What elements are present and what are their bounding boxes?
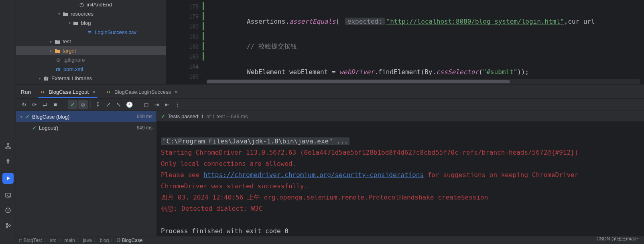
svg-rect-3 [6, 193, 10, 197]
code-text: assertEquals [289, 18, 336, 25]
close-icon[interactable]: ✕ [92, 89, 96, 95]
maven-icon: m [55, 66, 62, 72]
tree-item[interactable]: ◷initAndEnd [16, 0, 166, 9]
tree-item[interactable]: mpom.xml [16, 65, 166, 74]
scrollbar-thumb[interactable] [207, 80, 510, 83]
expand-arrow-icon[interactable]: ▸ [48, 39, 54, 44]
code-comment: // 校验提交按钮 [247, 42, 297, 51]
expand-arrow-icon[interactable]: ▾ [56, 12, 62, 16]
rerun-failed-icon[interactable]: ⟳ [30, 100, 39, 109]
svg-point-0 [7, 143, 9, 145]
expand-all-icon[interactable]: ⤢ [104, 100, 113, 109]
run-tab-label: BlogCase.LoginSuccess [114, 89, 171, 95]
screenshot-icon[interactable]: ◻ [142, 100, 151, 109]
code-text: ( [479, 68, 483, 76]
code-text: ,cur_url [564, 18, 595, 25]
console-link[interactable]: https://chromedriver.chromium.org/securi… [203, 171, 424, 179]
vcs-change-bar [203, 22, 204, 30]
tree-item[interactable]: ≣LoginSuccess.csv [16, 28, 166, 37]
export-icon[interactable]: ⇥ [152, 100, 162, 109]
console-line: Please see [161, 171, 203, 179]
separator [139, 101, 139, 108]
code-text: WebElement webElement = [247, 68, 339, 76]
expand-arrow-icon[interactable]: ▸ [48, 48, 54, 53]
tree-item-label: pom.xml [63, 66, 83, 72]
console-line: for suggestions on keeping ChromeDriver [424, 171, 578, 179]
breadcrumb-segment[interactable]: © BlogCase [117, 238, 142, 243]
stop-icon[interactable]: ■ [51, 100, 60, 109]
breadcrumb[interactable]: □ BlogTest〉src〉main〉java〉blog〉© BlogCase [16, 236, 644, 244]
run-toolbar: ↻ ⟳ ⇄ ■ ✓ ⊘ ↧ ⤢ ⤡ 🕘 ◻ ⇥ ⇤ ⋮ [16, 98, 644, 111]
show-ignored-icon[interactable]: ⊘ [78, 100, 88, 109]
expand-arrow-icon[interactable]: ▸ [37, 76, 43, 81]
breadcrumb-segment[interactable]: main [65, 238, 75, 243]
test-status-bar: ✓ Tests passed: 1 of 1 test – 649 ms [157, 111, 644, 121]
line-number: 178 [167, 1, 207, 11]
show-passed-icon[interactable]: ✓ [68, 100, 77, 109]
console-output[interactable]: "C:\Program Files\Java\jdk-1.8\bin\java.… [157, 121, 644, 236]
tree-item-label: initAndEnd [87, 2, 112, 8]
vcs-change-bar [203, 32, 204, 40]
breadcrumb-segment[interactable]: □ BlogTest [19, 238, 42, 243]
ignore-icon: ⊘ [55, 57, 62, 63]
tree-item[interactable]: ⊘.gitignore [16, 55, 166, 65]
param-hint: expected: [345, 18, 385, 25]
tree-item[interactable]: ▸test [16, 37, 166, 46]
tree-item[interactable]: ▸target [16, 46, 166, 55]
rerun-icon[interactable]: ↻ [19, 100, 29, 109]
terminal-icon[interactable] [4, 191, 12, 199]
line-number: 179 [167, 11, 207, 21]
vcs-icon[interactable] [4, 222, 12, 230]
run-tab-logout[interactable]: BlogCase.Logout ✕ [36, 87, 100, 98]
breadcrumb-segment[interactable]: blog [100, 238, 109, 243]
svg-point-2 [9, 147, 10, 149]
tree-item-label: .gitignore [63, 57, 85, 63]
close-icon[interactable]: ✕ [174, 89, 178, 95]
test-time: 649 ms [137, 114, 152, 119]
breadcrumb-separator: 〉 [110, 237, 115, 244]
console-line: 信息: Detected dialect: W3C [161, 205, 263, 212]
problems-icon[interactable] [4, 206, 12, 214]
code-text: webDriver [339, 68, 374, 76]
console-line: "C:\Program Files\Java\jdk-1.8\bin\java.… [161, 137, 349, 145]
class-icon: ◷ [78, 2, 85, 8]
more-icon[interactable]: ⋮ [173, 100, 183, 109]
import-icon[interactable]: ⇤ [163, 100, 172, 109]
tree-item-label: External Libraries [51, 75, 92, 81]
svg-rect-8 [44, 77, 45, 81]
test-method-row[interactable]: ✓Logout() 649 ms [16, 122, 156, 133]
structure-icon[interactable] [4, 142, 12, 150]
tree-item[interactable]: ▾resources [16, 9, 166, 18]
tree-item-label: resources [71, 11, 93, 17]
test-root-row[interactable]: ▾✓BlogCase (blog) 649 ms [16, 111, 156, 122]
history-icon[interactable]: 🕘 [124, 100, 134, 109]
svg-point-6 [6, 226, 8, 228]
code-text: Assertions. [247, 18, 289, 25]
test-results-tree[interactable]: ▾✓BlogCase (blog) 649 ms ✓Logout() 649 m… [16, 111, 157, 236]
code-area[interactable]: Assertions.assertEquals( expected:"http:… [207, 0, 644, 84]
build-icon[interactable] [4, 157, 12, 165]
editor-gutter: 178179180181182183184185 [167, 0, 207, 84]
editor-horizontal-scrollbar[interactable] [207, 79, 640, 84]
run-tool-icon[interactable] [2, 173, 14, 184]
vcs-change-bar [203, 12, 204, 20]
test-config-icon [106, 89, 111, 95]
csv-file-icon: ≣ [86, 29, 93, 35]
toggle-auto-test-icon[interactable]: ⇄ [40, 100, 50, 109]
project-tree[interactable]: ◷initAndEnd▾resources▾blog≣LoginSuccess.… [16, 0, 167, 84]
pass-icon: ✓ [161, 113, 165, 119]
code-editor[interactable]: 178179180181182183184185 Assertions.asse… [167, 0, 644, 84]
console-line: ChromeDriver was started successfully. [161, 182, 308, 190]
breadcrumb-segment[interactable]: java [83, 238, 92, 243]
pass-icon: ✓ [32, 125, 37, 131]
tree-item[interactable]: ▸External Libraries [16, 74, 166, 83]
separator [65, 101, 65, 108]
line-number: 184 [167, 61, 207, 71]
tree-item[interactable]: ▾blog [16, 18, 166, 28]
collapse-all-icon[interactable]: ⤡ [114, 100, 124, 109]
sort-icon[interactable]: ↧ [93, 100, 103, 109]
run-tab-loginsuccess[interactable]: BlogCase.LoginSuccess ✕ [102, 87, 182, 98]
expand-arrow-icon[interactable]: ▾ [67, 21, 72, 25]
status-passed: Tests passed: 1 [168, 113, 204, 119]
breadcrumb-segment[interactable]: src [50, 238, 57, 243]
